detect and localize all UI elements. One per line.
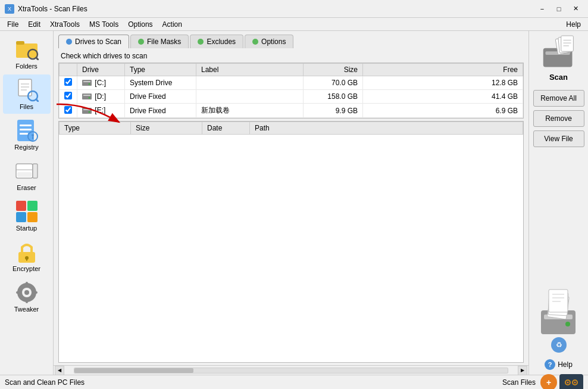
tab-dot-options [252,39,258,45]
svg-rect-16 [32,136,33,139]
svg-point-40 [89,97,90,99]
svg-rect-38 [82,94,92,99]
menu-options[interactable]: Options [123,19,157,30]
drive-e-checkbox[interactable] [64,106,72,114]
remove-button[interactable]: Remove [533,110,584,127]
drive-d-free: 41.4 GB [363,90,523,104]
svg-point-37 [89,83,90,85]
drive-c-drive: [C:] [77,76,125,90]
content-area: Drives to Scan File Masks Excludes Optio… [54,31,528,375]
svg-rect-22 [27,201,37,211]
col-label-header: Label [196,64,304,76]
danji-logo-circle: + [540,374,557,390]
minimize-button[interactable]: − [534,3,550,15]
svg-point-70 [574,381,576,383]
drive-row-c: [C:] System Drive 70.0 GB 12.8 GB [60,76,523,90]
svg-rect-24 [27,212,37,222]
sidebar-item-startup[interactable]: Startup [3,196,51,235]
sidebar-label-encrypter: Encrypter [12,265,40,272]
menu-xtratools[interactable]: XtraTools [45,19,85,30]
tab-drives[interactable]: Drives to Scan [58,35,129,48]
tab-label-drives: Drives to Scan [75,38,121,46]
scan-label: Scan [549,73,568,82]
tab-label-masks: File Masks [147,38,181,46]
tab-label-excludes: Excludes [207,38,236,46]
maximize-button[interactable]: □ [551,3,567,15]
svg-rect-35 [82,80,92,86]
registry-icon [15,119,39,142]
drive-e-free: 6.9 GB [363,104,523,118]
tab-dot-excludes [198,39,204,45]
svg-rect-33 [16,291,21,294]
col-result-path: Path [250,122,523,135]
drive-d-label [196,90,304,104]
sidebar-label-eraser: Eraser [17,184,36,191]
col-size-header: Size [304,64,363,76]
svg-line-9 [36,99,39,102]
close-button[interactable]: ✕ [568,3,583,15]
svg-rect-21 [16,201,26,211]
drive-c-type: System Drive [125,76,196,90]
files-icon [15,78,39,102]
sidebar-item-encrypter[interactable]: Encrypter [3,236,51,276]
tab-label-options: Options [261,38,286,46]
scan-area: Scan [541,36,577,82]
main-layout: Folders Files [0,31,588,375]
menu-help[interactable]: Help [561,19,586,30]
tab-excludes[interactable]: Excludes [190,35,243,48]
right-panel: Scan Remove All Remove View File [528,31,588,375]
panel-hint: Check which drives to scan [58,48,524,63]
sidebar-label-tweaker: Tweaker [14,306,39,313]
results-container: Type Size Date Path [58,121,524,363]
menu-edit[interactable]: Edit [23,19,45,30]
sidebar-label-files: Files [20,103,33,110]
drive-c-checkbox[interactable] [64,78,72,86]
sidebar-item-files[interactable]: Files [3,74,51,114]
tab-dot-masks [138,39,144,45]
scrollbar-area: ◀ ▶ [54,365,528,375]
bottom-scanner-svg: ♻ [538,284,580,355]
svg-rect-41 [82,108,92,114]
view-file-button[interactable]: View File [533,130,584,147]
sidebar-item-folders[interactable]: Folders [3,34,51,73]
horizontal-scrollbar[interactable] [74,368,508,374]
sidebar-item-tweaker[interactable]: Tweaker [3,277,51,316]
svg-rect-27 [26,258,27,261]
drive-c-label [196,76,304,90]
title-bar-left: X XtraTools - Scan Files [5,4,87,14]
drive-d-type: Drive Fixed [125,90,196,104]
sidebar-item-registry[interactable]: Registry [3,115,51,154]
col-check [60,64,77,76]
svg-rect-0 [16,43,37,58]
svg-point-43 [89,111,90,113]
scan-svg [541,35,577,73]
menu-action[interactable]: Action [158,19,187,30]
encrypter-icon [15,240,39,264]
app-icon: X [5,4,14,14]
bottom-scanner-icon: ♻ [538,284,580,357]
window-controls: − □ ✕ [534,3,583,15]
scroll-left-button[interactable]: ◀ [55,366,64,375]
sidebar-label-registry: Registry [14,144,38,151]
svg-line-3 [36,58,39,60]
svg-rect-64 [561,375,582,390]
help-button[interactable]: ? Help [545,359,573,370]
menu-mstools[interactable]: MS Tools [85,19,123,30]
col-drive-header: Drive [77,64,125,76]
menu-file[interactable]: File [2,19,23,30]
help-circle-icon: ? [545,359,555,370]
drive-d-checkbox[interactable] [64,92,72,99]
status-bar: Scan and Clean PC Files Scan Files + [0,375,588,389]
tab-masks[interactable]: File Masks [130,35,189,48]
drive-e-drive: [E:] [77,104,125,118]
col-result-size: Size [131,122,202,135]
svg-rect-34 [33,291,37,294]
svg-point-69 [567,381,569,383]
sidebar-item-eraser[interactable]: Eraser [3,155,51,195]
remove-all-button[interactable]: Remove All [533,90,584,107]
tab-options[interactable]: Options [245,35,293,48]
drive-d-check-cell [60,90,77,104]
svg-rect-12 [20,129,32,130]
menu-bar: File Edit XtraTools MS Tools Options Act… [0,18,588,31]
svg-rect-1 [16,41,24,45]
